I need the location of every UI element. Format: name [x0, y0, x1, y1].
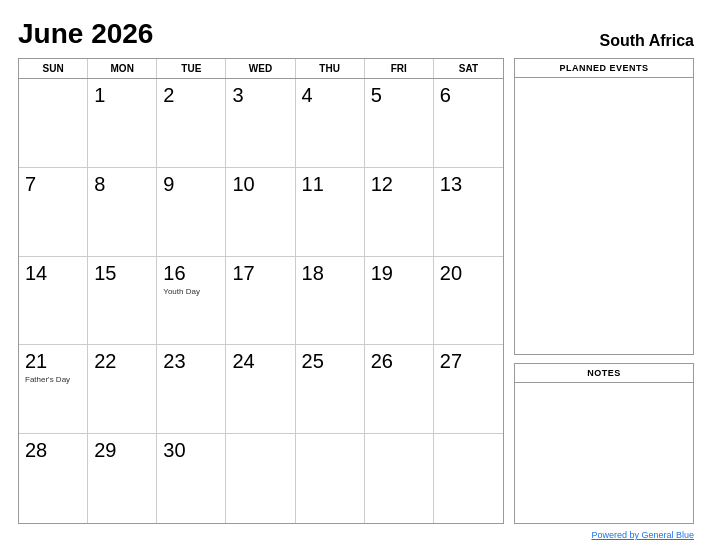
- day-cell: 10: [226, 168, 295, 257]
- day-cell: 21Father's Day: [19, 345, 88, 434]
- day-number: 1: [94, 83, 105, 107]
- day-cell: 19: [365, 257, 434, 346]
- day-cell: 22: [88, 345, 157, 434]
- sidebar: PLANNED EVENTS NOTES: [514, 58, 694, 524]
- country-title: South Africa: [599, 32, 694, 50]
- day-cell: [365, 434, 434, 523]
- day-cell: 24: [226, 345, 295, 434]
- day-header: MON: [88, 59, 157, 78]
- day-number: 12: [371, 172, 393, 196]
- day-cell: 29: [88, 434, 157, 523]
- day-number: 11: [302, 172, 324, 196]
- page: June 2026 South Africa SUNMONTUEWEDTHUFR…: [0, 0, 712, 550]
- day-cell: 7: [19, 168, 88, 257]
- day-number: 30: [163, 438, 185, 462]
- day-number: 6: [440, 83, 451, 107]
- footer: Powered by General Blue: [18, 530, 694, 540]
- day-number: 13: [440, 172, 462, 196]
- day-header: SAT: [434, 59, 503, 78]
- day-cell: 23: [157, 345, 226, 434]
- day-number: 15: [94, 261, 116, 285]
- day-cell: 3: [226, 79, 295, 168]
- day-event: Father's Day: [25, 375, 70, 385]
- day-cell: 20: [434, 257, 503, 346]
- day-number: 19: [371, 261, 393, 285]
- day-cell: 17: [226, 257, 295, 346]
- day-number: 5: [371, 83, 382, 107]
- day-cell: 4: [296, 79, 365, 168]
- day-number: 3: [232, 83, 243, 107]
- day-cell: 8: [88, 168, 157, 257]
- day-cell: 2: [157, 79, 226, 168]
- day-number: 10: [232, 172, 254, 196]
- day-cell: 25: [296, 345, 365, 434]
- notes-content: [515, 383, 693, 523]
- planned-events-header: PLANNED EVENTS: [515, 59, 693, 78]
- day-cell: [19, 79, 88, 168]
- day-header: THU: [296, 59, 365, 78]
- day-cell: 14: [19, 257, 88, 346]
- day-header: SUN: [19, 59, 88, 78]
- day-number: 28: [25, 438, 47, 462]
- day-header: FRI: [365, 59, 434, 78]
- day-number: 22: [94, 349, 116, 373]
- calendar-grid: 12345678910111213141516Youth Day17181920…: [19, 79, 503, 523]
- day-number: 2: [163, 83, 174, 107]
- day-cell: 26: [365, 345, 434, 434]
- notes-box: NOTES: [514, 363, 694, 524]
- day-cell: 28: [19, 434, 88, 523]
- day-cell: 16Youth Day: [157, 257, 226, 346]
- main-content: SUNMONTUEWEDTHUFRISAT 123456789101112131…: [18, 58, 694, 524]
- day-cell: 13: [434, 168, 503, 257]
- calendar-section: SUNMONTUEWEDTHUFRISAT 123456789101112131…: [18, 58, 504, 524]
- day-number: 26: [371, 349, 393, 373]
- day-cell: 18: [296, 257, 365, 346]
- day-number: 18: [302, 261, 324, 285]
- day-cell: 1: [88, 79, 157, 168]
- month-title: June 2026: [18, 18, 153, 50]
- day-number: 4: [302, 83, 313, 107]
- day-cell: [434, 434, 503, 523]
- day-cell: 6: [434, 79, 503, 168]
- day-number: 27: [440, 349, 462, 373]
- planned-events-content: [515, 78, 693, 354]
- day-number: 17: [232, 261, 254, 285]
- day-cell: [296, 434, 365, 523]
- day-header: WED: [226, 59, 295, 78]
- day-cell: 9: [157, 168, 226, 257]
- day-number: 21: [25, 349, 47, 373]
- header: June 2026 South Africa: [18, 18, 694, 50]
- day-cell: 15: [88, 257, 157, 346]
- planned-events-box: PLANNED EVENTS: [514, 58, 694, 355]
- day-cell: 12: [365, 168, 434, 257]
- notes-header: NOTES: [515, 364, 693, 383]
- day-cell: 5: [365, 79, 434, 168]
- day-number: 14: [25, 261, 47, 285]
- day-number: 29: [94, 438, 116, 462]
- powered-by-link[interactable]: Powered by General Blue: [591, 530, 694, 540]
- day-number: 16: [163, 261, 185, 285]
- day-number: 9: [163, 172, 174, 196]
- day-header: TUE: [157, 59, 226, 78]
- day-number: 23: [163, 349, 185, 373]
- day-cell: 11: [296, 168, 365, 257]
- day-cell: 30: [157, 434, 226, 523]
- day-cell: [226, 434, 295, 523]
- day-number: 8: [94, 172, 105, 196]
- day-cell: 27: [434, 345, 503, 434]
- day-number: 25: [302, 349, 324, 373]
- day-number: 24: [232, 349, 254, 373]
- day-number: 20: [440, 261, 462, 285]
- day-event: Youth Day: [163, 287, 200, 297]
- day-headers: SUNMONTUEWEDTHUFRISAT: [19, 59, 503, 79]
- day-number: 7: [25, 172, 36, 196]
